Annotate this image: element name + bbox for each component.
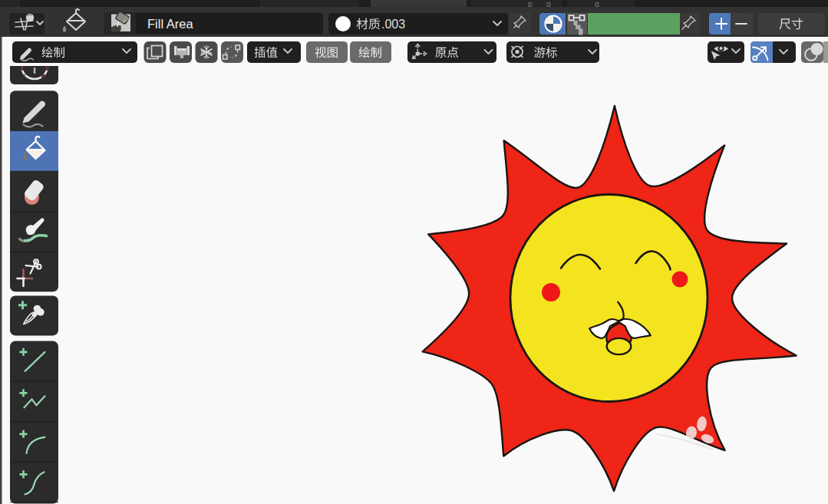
svg-text:g: g bbox=[595, 0, 599, 8]
svg-text:g: g bbox=[546, 0, 551, 8]
svg-text:p: p bbox=[528, 0, 533, 8]
svg-text:Fill Area: Fill Area bbox=[147, 17, 193, 31]
svg-text:.003: .003 bbox=[381, 18, 405, 31]
